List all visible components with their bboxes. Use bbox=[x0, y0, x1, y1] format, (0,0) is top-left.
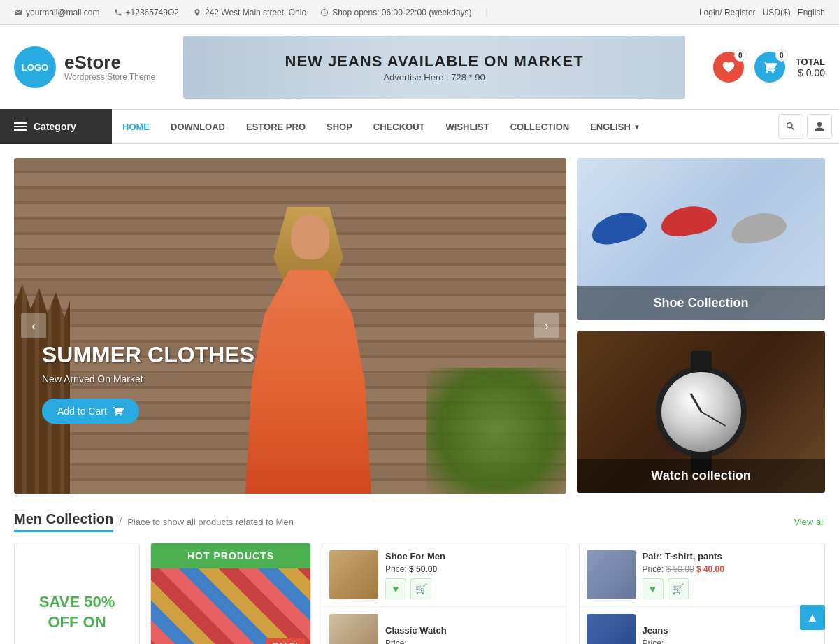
language-text[interactable]: English bbox=[798, 8, 825, 17]
product-card-1: Shoe For Men Price: $ 50.00 ♥ 🛒 Classic … bbox=[322, 543, 568, 644]
login-link[interactable]: Login/ Register bbox=[699, 8, 756, 17]
product-item-jeans: Jeans Price: bbox=[580, 607, 825, 644]
header-banner[interactable]: NEW JEANS AVAILABLE ON MARKET Advertise … bbox=[183, 36, 685, 99]
product-thumb-watch bbox=[329, 614, 378, 644]
watch-collection-card[interactable]: Watch collection bbox=[577, 331, 825, 493]
slider-add-to-cart[interactable]: Add to Cart bbox=[42, 399, 139, 424]
top-bar-left: yourmail@mail.com +12365749O2 242 West M… bbox=[14, 8, 488, 17]
price-old-tshirt: $ 50.00 bbox=[666, 564, 694, 574]
email-info: yourmail@mail.com bbox=[14, 8, 100, 17]
shoe-collection-card[interactable]: Shoe Collection bbox=[577, 158, 825, 320]
category-button[interactable]: Category bbox=[0, 109, 112, 144]
slider-text: SUMMER CLOTHES New Arrived On Market Add… bbox=[42, 342, 254, 424]
product-name-jeans: Jeans bbox=[643, 625, 818, 636]
divider: | bbox=[486, 8, 488, 17]
product-name-tshirt: Pair: T-shirt, pants bbox=[643, 551, 818, 561]
watch-container bbox=[656, 366, 747, 457]
product-item-watch: Classic Watch Price: bbox=[322, 607, 568, 644]
nav-checkout[interactable]: CHECKOUT bbox=[363, 109, 436, 144]
slider-title: SUMMER CLOTHES bbox=[42, 342, 254, 368]
total-amount: $ 0.00 bbox=[796, 67, 825, 78]
wishlist-badge: 0 bbox=[734, 49, 747, 62]
section-separator: / bbox=[119, 516, 122, 527]
site-name: eStore bbox=[64, 52, 155, 73]
site-header: LOGO eStore Wordpress Store Theme NEW JE… bbox=[0, 25, 839, 109]
slider-subtitle: New Arrived On Market bbox=[42, 373, 254, 385]
category-label: Category bbox=[34, 121, 76, 132]
product-thumb-shoe bbox=[329, 550, 378, 599]
banner-main-text: NEW JEANS AVAILABLE ON MARKET bbox=[285, 52, 584, 71]
shoe-grey bbox=[729, 208, 789, 248]
shoe-blue bbox=[588, 207, 650, 248]
wishlist-button[interactable]: 0 bbox=[713, 52, 744, 83]
product-actions-shoe: ♥ 🛒 bbox=[385, 578, 561, 599]
product-price-shoe: Price: $ 50.00 bbox=[385, 564, 561, 574]
cart-badge: 0 bbox=[775, 49, 788, 62]
total-area: TOTAL $ 0.00 bbox=[796, 57, 825, 78]
shoe-collection-label: Shoe Collection bbox=[577, 286, 825, 320]
product-info-watch: Classic Watch Price: bbox=[385, 625, 561, 645]
shoe-red bbox=[659, 202, 719, 239]
product-price-watch: Price: bbox=[385, 638, 561, 645]
product-actions-tshirt: ♥ 🛒 bbox=[643, 578, 818, 599]
save-card: SAVE 50% OFF ON bbox=[14, 543, 140, 644]
nav-shop[interactable]: SHOP bbox=[316, 109, 363, 144]
product-price-tshirt: Price: $ 50.00 $ 40.00 bbox=[643, 564, 818, 574]
hot-header: HOT PRODUCTS bbox=[151, 543, 310, 568]
watch-minute-hand bbox=[701, 411, 726, 427]
cart-shoe-button[interactable]: 🛒 bbox=[410, 578, 431, 599]
hot-image-inner bbox=[151, 568, 310, 644]
cart-tshirt-button[interactable]: 🛒 bbox=[668, 578, 689, 599]
woman-dress bbox=[245, 270, 371, 494]
total-label: TOTAL bbox=[796, 57, 825, 67]
wishlist-tshirt-button[interactable]: ♥ bbox=[643, 578, 664, 599]
address-text: 242 West Main street, Ohio bbox=[205, 8, 306, 17]
hero-slider: SUMMER CLOTHES New Arrived On Market Add… bbox=[14, 158, 566, 494]
hot-products-image: SALE! bbox=[151, 568, 310, 644]
product-item-shoe: Shoe For Men Price: $ 50.00 ♥ 🛒 bbox=[322, 543, 568, 607]
hamburger-icon bbox=[14, 122, 27, 131]
search-button[interactable] bbox=[778, 114, 803, 139]
nav-wishlist[interactable]: WISHLIST bbox=[436, 109, 500, 144]
hot-products-card: HOT PRODUCTS SALE! bbox=[150, 543, 311, 644]
logo[interactable]: LOGO bbox=[14, 46, 56, 88]
slider-next-button[interactable]: › bbox=[534, 313, 559, 338]
hero-section: SUMMER CLOTHES New Arrived On Market Add… bbox=[14, 158, 825, 494]
email-text: yourmail@mail.com bbox=[26, 8, 100, 17]
nav-right bbox=[778, 114, 839, 139]
nav-collection[interactable]: COLLECTION bbox=[500, 109, 580, 144]
hours-info: Shop opens: 06:00-22:00 (weekdays) bbox=[320, 8, 471, 17]
nav-estore-pro[interactable]: ESTORE PRO bbox=[236, 109, 316, 144]
nav-bar: Category HOME DOWNLOAD ESTORE PRO SHOP C… bbox=[0, 109, 839, 144]
men-collection-header: Men Collection / Place to show all produ… bbox=[14, 511, 825, 532]
price-new-tshirt: $ 40.00 bbox=[696, 564, 724, 574]
save-text: SAVE 50% OFF ON bbox=[29, 592, 125, 632]
nav-home[interactable]: HOME bbox=[112, 109, 160, 144]
user-button[interactable] bbox=[807, 114, 832, 139]
product-name-watch: Classic Watch bbox=[385, 625, 561, 636]
dropdown-chevron-icon: ▼ bbox=[633, 123, 640, 131]
product-item-tshirt: Pair: T-shirt, pants Price: $ 50.00 $ 40… bbox=[580, 543, 825, 607]
scroll-to-top-button[interactable]: ▲ bbox=[800, 605, 825, 630]
watch-hour-hand bbox=[689, 393, 702, 412]
view-all-link[interactable]: View all bbox=[794, 517, 825, 527]
product-name-shoe: Shoe For Men bbox=[385, 551, 561, 561]
main-nav: HOME DOWNLOAD ESTORE PRO SHOP CHECKOUT W… bbox=[112, 109, 778, 144]
product-info-tshirt: Pair: T-shirt, pants Price: $ 50.00 $ 40… bbox=[643, 551, 818, 599]
woman-head bbox=[291, 214, 329, 259]
section-description: Place to show all products related to Me… bbox=[127, 517, 294, 527]
slider-prev-button[interactable]: ‹ bbox=[21, 313, 46, 338]
watch-strap-top bbox=[691, 351, 712, 372]
address-info: 242 West Main street, Ohio bbox=[193, 8, 306, 17]
price-val-shoe: $ 50.00 bbox=[409, 564, 437, 574]
nav-download[interactable]: DOWNLOAD bbox=[160, 109, 236, 144]
site-tagline: Wordpress Store Theme bbox=[64, 72, 155, 82]
currency-text[interactable]: USD($) bbox=[763, 8, 791, 17]
hours-text: Shop opens: 06:00-22:00 (weekdays) bbox=[332, 8, 471, 17]
nav-english[interactable]: ENGLISH ▼ bbox=[580, 109, 651, 144]
cart-button[interactable]: 0 bbox=[754, 52, 785, 83]
section-title-wrap: Men Collection / Place to show all produ… bbox=[14, 511, 294, 532]
wishlist-shoe-button[interactable]: ♥ bbox=[385, 578, 406, 599]
product-info-shoe: Shoe For Men Price: $ 50.00 ♥ 🛒 bbox=[385, 551, 561, 599]
sale-badge: SALE! bbox=[266, 638, 305, 644]
